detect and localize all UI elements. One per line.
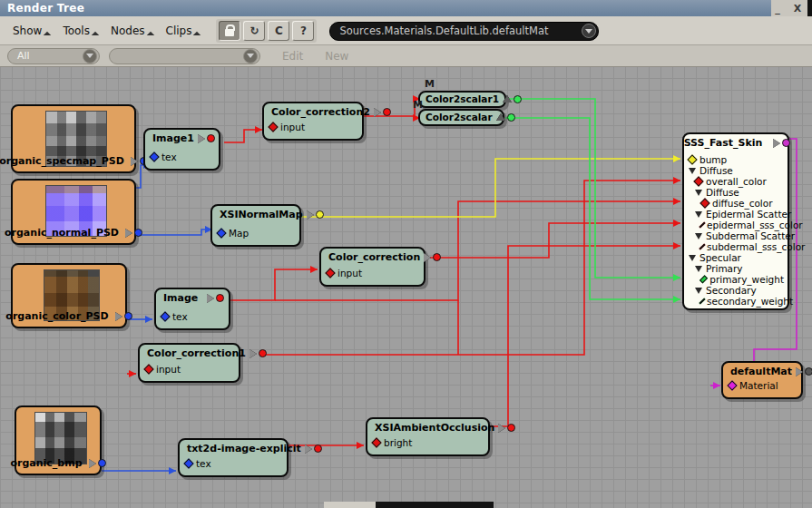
group-collapse-icon[interactable] [689,255,696,261]
node-title: Color_correction2 [264,103,362,118]
port-diffuse[interactable]: Diffuse [689,165,784,176]
port-subdermal-scatter[interactable]: Subdermal Scatter [689,230,784,241]
group-collapse-icon[interactable] [695,211,702,218]
output-connector-Color2scalar[interactable] [493,113,515,122]
port-label: tex [196,458,211,469]
output-connector-Color_correction2[interactable] [370,108,391,117]
refresh-button[interactable]: ↻ [243,21,265,41]
port-label: bright [384,437,412,448]
node-Image1[interactable]: Image1tex [143,128,220,171]
node-Image[interactable]: Imagetex [154,288,230,330]
filter-dropdown-button[interactable] [83,49,97,64]
port-overall-color[interactable]: overall_color [689,176,784,187]
port-specular[interactable]: Specular [689,252,784,263]
close-button[interactable]: X [790,1,805,15]
node-txt2d-image-explicit[interactable]: txt2d-image-explicittex [178,438,289,477]
port-diamond-icon [149,151,159,161]
new-button[interactable]: New [325,50,348,63]
node-Color_correction[interactable]: Color_correctioninput [319,247,426,287]
port-epidermal-sss-color[interactable]: epidermal_sss_color [689,220,784,230]
combo-dropdown-button[interactable] [582,24,596,38]
node-Color_correction1[interactable]: Color_correction1input [138,343,240,383]
port-bright[interactable]: bright [373,437,412,448]
node-Color2scalar[interactable]: Color2scalar [418,109,504,126]
port-label: secondary_weight [707,296,793,307]
output-connector-Color_correction[interactable] [420,253,441,262]
port-bump[interactable]: bump [689,154,784,165]
group-collapse-icon[interactable] [695,288,702,294]
menu-caret-icon [92,32,99,39]
output-connector-SSS_Fast_Skin[interactable] [769,139,790,148]
port-input[interactable]: input [145,364,181,375]
node-organic_bmp[interactable]: organic_bmp [15,405,102,475]
menu-clips[interactable]: Clips [166,24,201,37]
output-connector-XSIAmbientOcclusion[interactable] [494,424,515,433]
menu-show[interactable]: Show [13,24,50,37]
port-diffuse[interactable]: Diffuse [689,187,784,198]
menu-nodes[interactable]: Nodes [111,24,153,37]
output-connector-defaultMat[interactable] [792,367,812,376]
node-title-text: XSIAmbientOcclusion [375,422,494,434]
port-diffuse-color[interactable]: diffuse_color [689,198,784,209]
output-triangle-icon [305,444,312,454]
node-organic_normal_PSD[interactable]: organic_normal_PSD [11,179,136,245]
port-tex[interactable]: tex [185,458,211,469]
output-connector-Color2scalar1[interactable] [499,95,522,103]
node-title: Image1 [145,130,219,144]
port-label: Primary [706,263,743,274]
node-organic_specmap_PSD[interactable]: organic_specmap_PSD [11,104,136,173]
minimize-button[interactable]: _ [770,1,785,15]
filter-second-dropdown[interactable] [109,48,260,64]
output-connector-Image[interactable] [203,294,224,303]
node-Color2scalar1[interactable]: Color2scalar1 [418,91,506,108]
filter-dropdown-button[interactable] [243,49,258,64]
port-secondary-weight[interactable]: secondary_weight [689,296,784,307]
port-diamond-icon [325,268,335,278]
port-tex[interactable]: tex [161,311,188,322]
port-epidermal-scatter[interactable]: Epidermal Scatter [689,209,784,220]
port-diamond-icon [693,176,703,186]
output-connector-XSINormalMap[interactable] [303,210,324,220]
output-connector-organic_color_PSD[interactable] [112,312,132,321]
port-primary-weight[interactable]: primary_weight [689,274,784,285]
menu-tools[interactable]: Tools [63,24,98,37]
group-collapse-icon[interactable] [695,233,702,239]
node-Color_correction2[interactable]: Color_correction2input [262,102,364,141]
title-bar[interactable]: Render Tree _ X [0,0,812,16]
output-connector-organic_bmp[interactable] [85,459,106,468]
node-XSINormalMap[interactable]: XSINormalMapMap [210,204,301,247]
node-XSIAmbientOcclusion[interactable]: XSIAmbientOcclusionbright [366,417,490,456]
node-title: SSS_Fast_Skin [684,134,788,149]
node-title: defaultMat [723,363,801,377]
output-dot-icon [514,95,522,103]
group-collapse-icon[interactable] [689,168,696,174]
node-organic_color_PSD[interactable]: organic_color_PSD [11,263,127,328]
edit-button[interactable]: Edit [282,50,303,63]
group-collapse-icon[interactable] [695,266,702,272]
port-diamond-icon [699,275,708,283]
group-collapse-icon[interactable] [695,190,702,196]
port-subdermal-sss-color[interactable]: subdermal_sss_color [689,241,784,252]
output-connector-Color_correction1[interactable] [246,349,267,358]
filter-all-value: All [8,50,83,62]
output-connector-organic_normal_PSD[interactable] [122,229,142,238]
node-defaultMat[interactable]: defaultMatMaterial [721,361,803,399]
help-button[interactable]: ? [292,21,314,41]
port-primary[interactable]: Primary [689,263,784,274]
port-label: input [156,364,181,375]
filter-all-dropdown[interactable]: All [7,48,100,64]
port-input[interactable]: input [327,268,362,278]
lock-button[interactable] [219,21,240,41]
port-tex[interactable]: tex [151,151,177,162]
c-button[interactable]: C [268,21,289,41]
port-material[interactable]: Material [729,380,778,391]
port-secondary[interactable]: Secondary [689,285,784,296]
output-connector-Image1[interactable] [194,134,215,143]
output-connector-txt2d-image-explicit[interactable] [301,444,322,454]
output-triangle-icon [374,108,381,117]
node-SSS_Fast_Skin[interactable]: SSS_Fast_SkinbumpDiffuseoverall_colorDif… [682,132,789,310]
port-map[interactable]: Map [218,228,249,239]
port-input[interactable]: input [269,122,305,132]
node-title-text: XSINormalMap [220,209,303,220]
material-path-combo[interactable]: Sources.Materials.DefaultLib.defaultMat [329,22,599,41]
